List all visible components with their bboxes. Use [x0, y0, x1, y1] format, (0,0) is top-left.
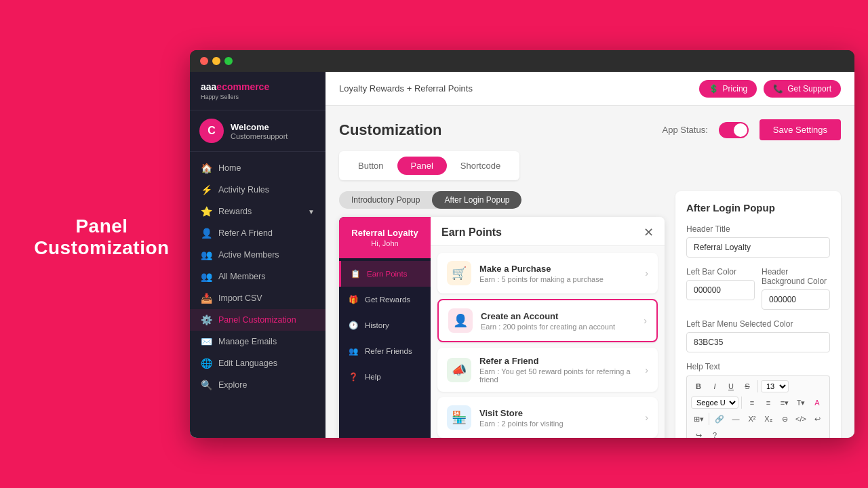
widget-menu-label: Get Rewards: [365, 296, 410, 304]
widget-items-list: 🛒 Make a Purchase Earn : 5 points for ma…: [431, 246, 665, 438]
header-title-input[interactable]: [686, 237, 830, 258]
chevron-right-icon: ›: [645, 268, 648, 279]
redo-button[interactable]: ↪: [691, 428, 706, 438]
italic-button[interactable]: I: [707, 379, 722, 394]
item-text: Visit Store Earn : 2 points for visiting: [479, 408, 637, 428]
help-icon: ❓: [347, 371, 359, 383]
close-dot[interactable]: [200, 57, 208, 65]
chevron-down-icon: ▼: [308, 208, 315, 216]
source-button[interactable]: </>: [793, 411, 808, 426]
help-toolbar-button[interactable]: ?: [707, 428, 722, 438]
help-text-label: Help Text: [686, 362, 830, 371]
widget-menu-earn-points[interactable]: 📋 Earn Points: [339, 261, 431, 287]
sidebar-item-label: Manage Emails: [218, 337, 277, 346]
widget-menu: 📋 Earn Points 🎁 Get Rewards: [339, 258, 431, 438]
remove-format-button[interactable]: ⊖: [777, 411, 792, 426]
list-item[interactable]: 👤 Create an Account Earn : 200 points fo…: [437, 299, 658, 342]
tab-shortcode[interactable]: Shortcode: [447, 157, 514, 175]
list-item[interactable]: 📣 Refer a Friend Earn : You get 50 rewar…: [437, 348, 658, 392]
sidebar-item-import-csv[interactable]: 📥 Import CSV: [190, 287, 326, 309]
earn-points-icon: 📋: [349, 268, 361, 280]
link-button[interactable]: 🔗: [712, 411, 727, 426]
widget-menu-refer-friends[interactable]: 👥 Refer Friends: [339, 338, 431, 364]
maximize-dot[interactable]: [224, 57, 233, 65]
avatar: C: [199, 119, 224, 143]
sidebar-item-activity-rules[interactable]: ⚡ Activity Rules: [190, 179, 326, 201]
strikethrough-button[interactable]: S: [740, 379, 755, 394]
widget-menu-history[interactable]: 🕐 History: [339, 312, 431, 338]
sidebar-item-home[interactable]: 🏠 Home: [190, 157, 326, 179]
tab-button[interactable]: Button: [344, 157, 397, 175]
table-button[interactable]: ⊞▾: [691, 411, 706, 426]
font-family-select[interactable]: Segoe UI Arial: [691, 396, 738, 409]
font-size-select[interactable]: 13 14 16: [761, 380, 789, 392]
rewards-icon: ⭐: [201, 206, 212, 217]
header-title-label: Header Title: [686, 224, 830, 234]
list-item[interactable]: 🏪 Visit Store Earn : 2 points for visiti…: [437, 397, 658, 438]
widget-menu-label: Refer Friends: [365, 347, 412, 355]
item-title: Make a Purchase: [479, 264, 637, 274]
separator: [741, 396, 742, 409]
introductory-popup-btn[interactable]: Introductory Popup: [339, 191, 432, 209]
pricing-button[interactable]: 💲 Pricing: [699, 80, 757, 98]
sidebar-item-all-members[interactable]: 👥 All Members: [190, 266, 326, 287]
app-status-toggle[interactable]: [719, 122, 749, 138]
browser-window: aaaecommerce Happy Sellers C Welcome Cus…: [190, 50, 854, 438]
after-login-popup-btn[interactable]: After Login Popup: [432, 191, 521, 209]
topbar-actions: 💲 Pricing 📞 Get Support: [699, 80, 841, 98]
sidebar-item-label: Activity Rules: [218, 185, 269, 195]
two-column-layout: Introductory Popup After Login Popup Ref…: [339, 191, 841, 438]
widget-menu-label: Help: [365, 373, 381, 381]
list-unordered-button[interactable]: ≡: [745, 395, 760, 410]
app-container: aaaecommerce Happy Sellers C Welcome Cus…: [190, 72, 854, 438]
sidebar-item-edit-languages[interactable]: 🌐 Edit Languages: [190, 352, 326, 374]
sidebar-item-refer-friend[interactable]: 👤 Refer A Friend: [190, 222, 326, 244]
minimize-dot[interactable]: [212, 57, 220, 65]
sidebar-item-label: Home: [218, 163, 241, 173]
help-text-group: Help Text B I U S 13: [686, 362, 830, 438]
sidebar-item-manage-emails[interactable]: ✉️ Manage Emails: [190, 331, 326, 352]
sidebar-item-rewards[interactable]: ⭐ Rewards ▼: [190, 201, 326, 222]
page-title: Panel Customization: [14, 216, 190, 259]
get-support-button[interactable]: 📞 Get Support: [764, 80, 841, 98]
align-button[interactable]: ≡▾: [777, 395, 792, 410]
bold-button[interactable]: B: [691, 379, 706, 394]
list-item[interactable]: 🛒 Make a Purchase Earn : 5 points for ma…: [437, 253, 658, 293]
sidebar-item-panel-customization[interactable]: ⚙️ Panel Customization: [190, 309, 326, 331]
sidebar-item-active-members[interactable]: 👥 Active Members: [190, 244, 326, 266]
header-bg-color-input[interactable]: [762, 289, 830, 310]
panel-customization-icon: ⚙️: [201, 314, 212, 325]
list-ordered-button[interactable]: ≡: [761, 395, 776, 410]
widget-menu-help[interactable]: ❓ Help: [339, 364, 431, 390]
hr-button[interactable]: —: [728, 411, 743, 426]
welcome-label: Welcome: [231, 122, 288, 132]
undo-button[interactable]: ↩: [810, 411, 825, 426]
topbar: Loyalty Rewards + Referral Points 💲 Pric…: [326, 72, 854, 106]
widget-sidebar: Referral Loyalty Hi, John 📋 Earn Points: [339, 217, 431, 438]
left-bar-color-label: Left Bar Color: [686, 267, 755, 277]
widget-menu-label: Earn Points: [367, 270, 407, 278]
superscript-button[interactable]: X²: [745, 411, 760, 426]
sidebar-item-label: Panel Customization: [218, 315, 296, 325]
widget-menu-get-rewards[interactable]: 🎁 Get Rewards: [339, 287, 431, 312]
tabs-bar: Button Panel Shortcode: [339, 151, 519, 180]
chevron-right-icon: ›: [645, 412, 648, 423]
highlight-button[interactable]: A: [810, 395, 825, 410]
underline-button[interactable]: U: [724, 379, 738, 394]
left-bar-color-group: Left Bar Color: [686, 267, 755, 310]
widget-menu-label: History: [365, 321, 389, 329]
widget-header-subtitle: Hi, John: [347, 239, 422, 247]
text-button[interactable]: T▾: [793, 395, 808, 410]
sidebar-item-label: Explore: [218, 380, 247, 390]
widget-main-header: Earn Points ✕: [431, 217, 665, 246]
sidebar-item-label: Edit Languages: [218, 359, 277, 368]
tab-panel[interactable]: Panel: [397, 157, 447, 175]
widget-close-button[interactable]: ✕: [644, 226, 654, 239]
subscript-button[interactable]: X₂: [761, 411, 776, 426]
left-bar-menu-color-input[interactable]: [686, 332, 830, 352]
visit-store-icon: 🏪: [447, 405, 471, 430]
left-bar-color-input[interactable]: [686, 280, 755, 300]
save-settings-button[interactable]: Save Settings: [760, 119, 841, 140]
refer-friend-icon: 👤: [201, 228, 212, 239]
sidebar-item-explore[interactable]: 🔍 Explore: [190, 374, 326, 396]
